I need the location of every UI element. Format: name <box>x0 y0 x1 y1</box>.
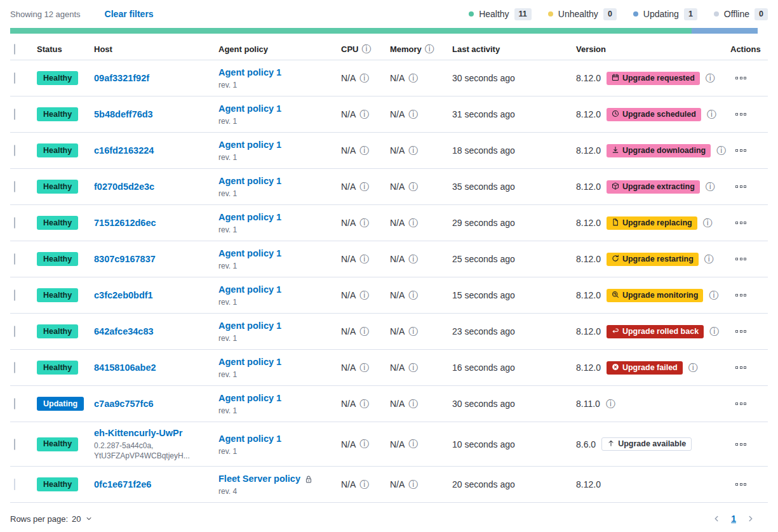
status-badge: Healthy <box>37 361 78 375</box>
host-link[interactable]: c7aa9c757fc6 <box>94 399 154 409</box>
cpu-info-icon[interactable]: ⓘ <box>359 110 369 119</box>
row-checkbox[interactable] <box>14 145 15 156</box>
version-info-icon[interactable]: ⓘ <box>688 363 698 373</box>
host-link[interactable]: 84158106abe2 <box>94 362 156 373</box>
memory-info-icon[interactable]: ⓘ <box>408 255 418 264</box>
cpu-value: N/A <box>341 399 356 409</box>
cpu-info-icon[interactable]: ⓘ <box>359 182 369 192</box>
host-link[interactable]: 09af3321f92f <box>94 73 149 83</box>
memory-info-icon[interactable]: ⓘ <box>408 291 418 300</box>
cpu-info-icon[interactable]: ⓘ <box>359 218 369 228</box>
memory-info-icon[interactable]: ⓘ <box>408 218 418 228</box>
cpu-info-icon[interactable]: ⓘ <box>359 439 369 449</box>
memory-info-icon[interactable]: ⓘ <box>408 399 418 409</box>
cpu-info-icon[interactable]: ⓘ <box>359 255 369 264</box>
memory-info-icon[interactable]: ⓘ <box>408 439 418 449</box>
memory-info-icon[interactable]: ⓘ <box>408 110 418 119</box>
cpu-info-icon[interactable]: ⓘ <box>359 327 369 336</box>
row-actions-button[interactable] <box>734 328 748 335</box>
host-link[interactable]: c3fc2eb0bdf1 <box>94 290 153 300</box>
agent-policy-link[interactable]: Agent policy 1 <box>218 67 281 79</box>
table-row: Healthy c16fd2163224 Agent policy 1 rev.… <box>10 133 768 169</box>
previous-page-button[interactable] <box>711 513 722 524</box>
agent-policy-link[interactable]: Fleet Server policy <box>218 473 300 485</box>
row-checkbox[interactable] <box>14 109 15 120</box>
agent-policy-link[interactable]: Agent policy 1 <box>218 248 281 260</box>
cpu-info-icon[interactable]: ⓘ <box>359 480 369 489</box>
version-info-icon[interactable]: ⓘ <box>716 146 726 156</box>
row-actions-button[interactable] <box>734 183 748 190</box>
cpu-info-icon[interactable]: ⓘ <box>359 363 369 373</box>
row-actions-button[interactable] <box>734 364 748 371</box>
memory-info-icon[interactable]: ⓘ <box>408 182 418 192</box>
row-checkbox[interactable] <box>14 479 15 490</box>
select-all-checkbox[interactable] <box>14 44 15 55</box>
row-actions-button[interactable] <box>734 255 748 263</box>
policy-revision: rev. 1 <box>218 334 341 343</box>
row-checkbox[interactable] <box>14 72 15 84</box>
clear-filters-link[interactable]: Clear filters <box>105 9 154 19</box>
row-checkbox[interactable] <box>14 398 15 409</box>
cpu-info-icon[interactable]: ⓘ <box>359 74 369 83</box>
cpu-info-icon[interactable]: ⓘ <box>359 291 369 300</box>
row-checkbox[interactable] <box>14 181 15 192</box>
version-info-icon[interactable]: ⓘ <box>707 110 716 119</box>
table-row: Healthy 642afce34c83 Agent policy 1 rev.… <box>10 314 768 350</box>
version-info-icon[interactable]: ⓘ <box>709 291 718 300</box>
row-actions-button[interactable] <box>734 481 748 488</box>
row-actions-button[interactable] <box>734 441 748 448</box>
version-info-icon[interactable]: ⓘ <box>703 218 713 228</box>
version-info-icon[interactable]: ⓘ <box>706 74 715 83</box>
row-checkbox[interactable] <box>14 289 15 301</box>
row-checkbox[interactable] <box>14 439 15 450</box>
host-cell: c3fc2eb0bdf1 <box>94 289 218 302</box>
agent-policy-link[interactable]: Agent policy 1 <box>218 211 281 223</box>
row-actions-button[interactable] <box>734 400 748 408</box>
row-actions-button[interactable] <box>734 219 748 227</box>
row-actions-button[interactable] <box>734 74 748 82</box>
agent-policy-link[interactable]: Agent policy 1 <box>218 392 281 404</box>
legend-item-offline: Offline 0 <box>714 8 768 20</box>
cpu-header-info-icon[interactable]: ⓘ <box>361 44 371 54</box>
row-actions-button[interactable] <box>734 291 748 299</box>
agent-policy-link[interactable]: Agent policy 1 <box>218 320 281 332</box>
agent-policy-link[interactable]: Agent policy 1 <box>218 284 281 296</box>
agent-policy-link[interactable]: Agent policy 1 <box>218 175 281 187</box>
host-link[interactable]: f0270d5d2e3c <box>94 182 154 192</box>
host-link[interactable]: 642afce34c83 <box>94 326 154 336</box>
memory-info-icon[interactable]: ⓘ <box>408 327 418 336</box>
actions-cell <box>730 255 758 263</box>
version-value: 8.12.0 <box>576 290 601 300</box>
host-link[interactable]: c16fd2163224 <box>94 145 154 156</box>
agent-policy-link[interactable]: Agent policy 1 <box>218 103 281 115</box>
memory-info-icon[interactable]: ⓘ <box>408 480 418 489</box>
memory-info-icon[interactable]: ⓘ <box>408 74 418 83</box>
host-link[interactable]: 0fc1e671f2e6 <box>94 479 151 489</box>
cpu-info-icon[interactable]: ⓘ <box>359 146 369 156</box>
host-link[interactable]: 8307c9167837 <box>94 254 156 264</box>
agent-policy-link[interactable]: Agent policy 1 <box>218 139 281 151</box>
next-page-button[interactable] <box>745 513 756 524</box>
host-link[interactable]: 5b48deff76d3 <box>94 109 153 119</box>
memory-info-icon[interactable]: ⓘ <box>408 363 418 373</box>
agent-policy-link[interactable]: Agent policy 1 <box>218 356 281 368</box>
agent-policy-cell: Agent policy 1 rev. 1 <box>218 433 341 456</box>
rows-per-page-button[interactable]: Rows per page: 20 <box>10 514 93 524</box>
memory-header-info-icon[interactable]: ⓘ <box>425 44 434 54</box>
cpu-info-icon[interactable]: ⓘ <box>359 399 369 409</box>
version-info-icon[interactable]: ⓘ <box>704 255 714 264</box>
row-checkbox[interactable] <box>14 326 15 337</box>
row-checkbox[interactable] <box>14 217 15 229</box>
row-actions-button[interactable] <box>734 147 748 154</box>
row-checkbox[interactable] <box>14 362 15 373</box>
row-actions-button[interactable] <box>734 110 748 118</box>
page-number-button[interactable]: 1 <box>728 512 739 525</box>
row-checkbox[interactable] <box>14 253 15 265</box>
memory-info-icon[interactable]: ⓘ <box>408 146 418 156</box>
version-info-icon[interactable]: ⓘ <box>709 327 719 336</box>
version-info-icon[interactable]: ⓘ <box>706 182 715 192</box>
version-info-icon[interactable]: ⓘ <box>606 399 615 409</box>
host-link[interactable]: 71512612d6ec <box>94 218 156 228</box>
host-link[interactable]: eh-Kittencurly-UwPr <box>94 428 182 438</box>
agent-policy-link[interactable]: Agent policy 1 <box>218 433 281 445</box>
